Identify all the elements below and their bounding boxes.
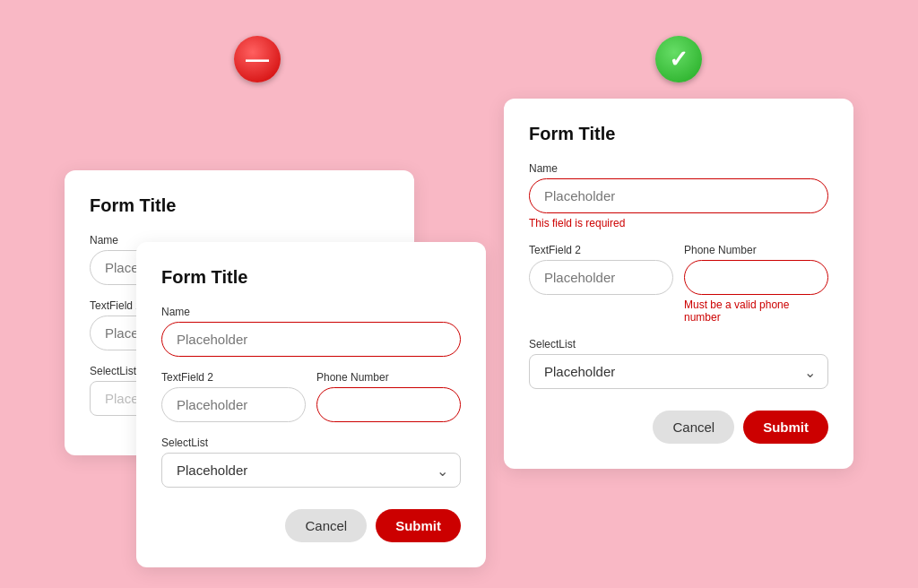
front-name-input[interactable]	[161, 322, 461, 357]
good-name-error: This field is required	[529, 217, 828, 229]
good-select-field[interactable]: Placeholder	[529, 354, 828, 389]
front-form-title: Form Title	[161, 267, 461, 288]
bad-status-icon: —	[234, 36, 281, 82]
front-phone-label: Phone Number	[316, 371, 461, 384]
front-textfield2-input[interactable]	[161, 387, 306, 422]
good-submit-button[interactable]: Submit	[743, 411, 828, 444]
good-textfield2-input[interactable]	[529, 260, 673, 295]
good-phone-label: Phone Number	[684, 244, 828, 256]
front-select-label: SelectList	[161, 437, 461, 449]
front-textfield2-label: TextField 2	[161, 371, 306, 384]
front-submit-button[interactable]: Submit	[376, 509, 461, 542]
good-phone-error: Must be a valid phone number	[684, 298, 828, 324]
front-phone-input[interactable]: 123456	[316, 387, 461, 422]
back-form-title: Form Title	[90, 195, 389, 216]
good-cancel-button[interactable]: Cancel	[653, 411, 734, 444]
good-phone-input[interactable]: 123456	[684, 260, 828, 295]
good-name-input[interactable]	[529, 178, 828, 213]
good-name-label: Name	[529, 162, 828, 175]
good-select-label: SelectList	[529, 338, 828, 350]
good-form-title: Form Title	[529, 124, 828, 144]
good-card: Form Title Name This field is required T…	[504, 99, 853, 469]
good-status-icon: ✓	[655, 36, 702, 82]
front-name-label: Name	[161, 306, 461, 318]
good-textfield2-label: TextField 2	[529, 244, 673, 256]
front-select-field[interactable]: Placeholder	[161, 453, 461, 488]
front-cancel-button[interactable]: Cancel	[285, 509, 367, 542]
bad-card-front: Form Title Name TextField 2 Phone Number…	[136, 242, 486, 567]
